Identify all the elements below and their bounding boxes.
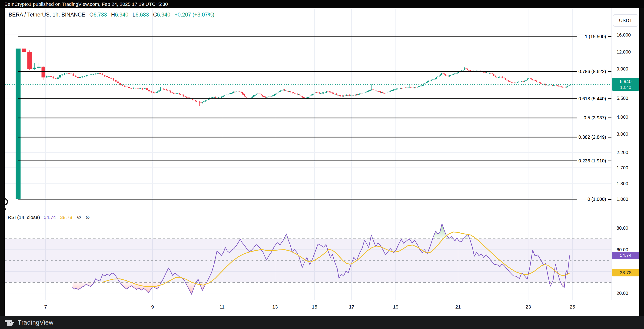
timeaxis-separator [5, 300, 639, 300]
rsi-title: RSI (14, close) [8, 214, 40, 220]
price-axis-label: 16.000 [616, 32, 639, 38]
publish-bar: BeInCrypto1 published on TradingView.com… [0, 0, 644, 8]
time-axis-label: 19 [389, 304, 403, 310]
fib-level-label: 0.786 (8.622) [578, 68, 612, 75]
price-axis-label: 2.200 [616, 149, 639, 155]
ohlc-high: H6.940 [111, 12, 128, 18]
pane-separator[interactable] [5, 210, 639, 210]
time-axis-label: 11 [215, 304, 229, 310]
fib-label-tick [608, 118, 612, 118]
price-axis-label: 3.000 [616, 131, 639, 137]
time-axis-label: 9 [146, 304, 160, 310]
time-axis-label: 15 [308, 304, 322, 310]
fib-level-label: 0.382 (2.849) [578, 134, 612, 140]
rsi-zone-fill [284, 224, 470, 239]
symbol-title: BERA / TetherUS, 1h, BINANCE [8, 12, 85, 18]
price-axis-label: 12.000 [616, 49, 639, 55]
fib-level-label: 0.618 (5.440) [578, 96, 612, 102]
footer-brand[interactable]: TradingView [18, 319, 54, 326]
time-axis-label: 23 [521, 304, 535, 310]
chart-canvas[interactable] [5, 8, 639, 316]
price-axis-label: 9.000 [616, 66, 639, 72]
bar-countdown: 10:40 [620, 85, 631, 90]
footer-bar: TradingView [0, 316, 644, 329]
time-axis-label: 17 [344, 304, 358, 310]
symbol-header: BERA / TetherUS, 1h, BINANCE O6.733 H6.9… [8, 11, 214, 18]
time-axis-label: 13 [268, 304, 282, 310]
ohlc-open: O6.733 [89, 12, 107, 18]
empty-set-icon[interactable]: ∅ [77, 214, 81, 220]
fib-level-label: 0.236 (1.910) [578, 158, 612, 164]
rsi-value: 54.74 [44, 214, 56, 220]
price-axis-label: 1.300 [616, 181, 639, 187]
ohlc-close: C6.940 [153, 12, 170, 18]
tradingview-logo-icon[interactable] [5, 319, 15, 326]
rsi-axis-label: 20.00 [616, 290, 639, 296]
time-axis-label: 21 [451, 304, 465, 310]
ohlc-low: L6.683 [132, 12, 149, 18]
fib-label-tick [608, 36, 612, 37]
price-axis-label: 1.700 [616, 165, 639, 171]
chart-area[interactable]: BERA / TetherUS, 1h, BINANCE O6.733 H6.9… [5, 8, 639, 316]
fib-level-label: 0.5 (3.937) [584, 115, 612, 121]
price-axis-label: 4.000 [616, 114, 639, 120]
price-change: +0.207 (+3.07%) [174, 12, 214, 18]
fib-retracement-lines[interactable] [18, 37, 577, 199]
time-axis-label: 7 [38, 304, 52, 310]
empty-set-icon[interactable]: ∅ [86, 214, 90, 220]
publish-text: BeInCrypto1 published on TradingView.com… [4, 2, 168, 7]
price-axis-label: 1.000 [616, 196, 639, 202]
rsi-ma-value: 38.78 [60, 214, 72, 220]
fib-label-tick [608, 161, 612, 161]
currency-toggle-button[interactable]: USDT [613, 14, 638, 27]
time-axis-label: 25 [566, 304, 579, 310]
rsi-axis-label: 80.00 [616, 225, 639, 231]
tradingview-snapshot: BeInCrypto1 published on TradingView.com… [0, 0, 644, 329]
rsi-indicator-header: RSI (14, close) 54.74 38.78 ∅ ∅ [8, 214, 90, 221]
fib-label-tick [608, 98, 612, 99]
price-axis-label: 5.500 [616, 95, 639, 101]
rsi-ma-badge: 38.78 [612, 269, 639, 276]
fib-level-label: 0 (1.000) [588, 196, 612, 202]
rsi-value-badge: 54.74 [612, 252, 639, 259]
fib-label-tick [608, 71, 612, 72]
current-price-badge: 6.940 10:40 [612, 78, 639, 91]
fib-label-tick [608, 199, 612, 200]
watermark-logo-icon [5, 198, 8, 210]
fib-label-tick [608, 137, 612, 138]
fib-level-label: 1 (15.500) [585, 34, 612, 40]
rsi-zone-fill [72, 282, 565, 294]
